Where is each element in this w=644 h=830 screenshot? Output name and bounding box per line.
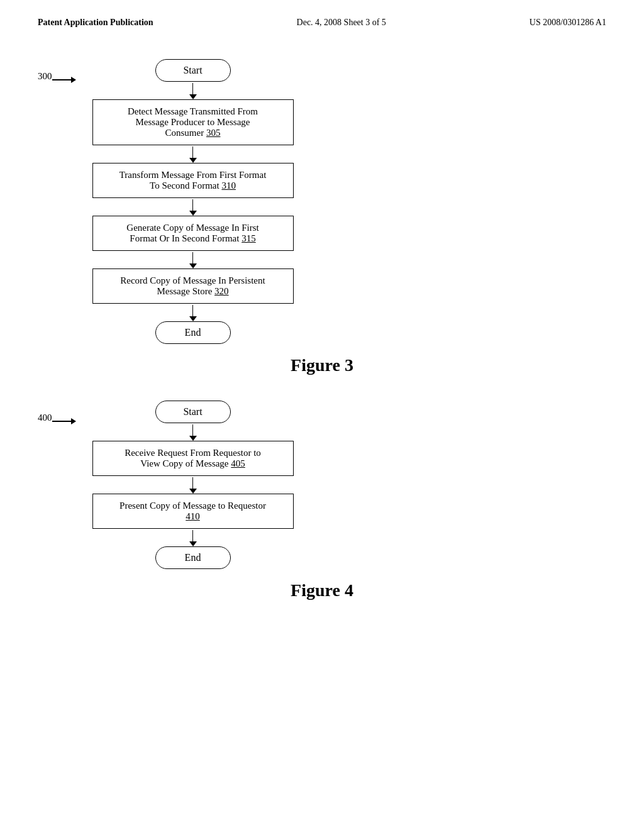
- header-date-sheet: Dec. 4, 2008 Sheet 3 of 5: [297, 18, 386, 28]
- figure3-arrowhead: [71, 77, 76, 83]
- arrow-2-3: [189, 145, 197, 163]
- step-305-box: Detect Message Transmitted FromMessage P…: [92, 99, 294, 145]
- ref-410: 410: [186, 511, 200, 521]
- step-410-box: Present Copy of Message to Requestor410: [92, 494, 294, 529]
- figure4-flowchart: Start Receive Request From Requestor toV…: [86, 401, 300, 569]
- figure3-tag-group: 300: [38, 59, 76, 83]
- figure3-flowchart: Start Detect Message Transmitted FromMes…: [86, 59, 300, 344]
- arrow-2-4: [189, 476, 197, 494]
- figure3-section: 300 Start Detect Message Transmitted Fro…: [38, 53, 606, 375]
- step-315-box: Generate Copy of Message In FirstFormat …: [92, 216, 294, 251]
- step-405-box: Receive Request From Requestor toView Co…: [92, 441, 294, 476]
- arrow-1-4: [189, 423, 197, 441]
- figure4-arrow-line: [52, 421, 71, 422]
- figure4-arrowhead: [71, 418, 76, 424]
- ref-305: 305: [206, 128, 221, 138]
- figure4-caption: Figure 4: [38, 580, 606, 600]
- arrow-3-3: [189, 198, 197, 216]
- arrow-4-3: [189, 251, 197, 268]
- figure3-arrow: [52, 77, 76, 83]
- figure4-diagram-outer: 400 Start Receive Request From Requestor…: [38, 401, 606, 569]
- figure4-arrow: [52, 418, 76, 424]
- end-oval-4: End: [155, 546, 231, 569]
- figure3-caption: Figure 3: [38, 355, 606, 375]
- ref-320: 320: [214, 286, 229, 296]
- end-oval-3: End: [155, 321, 231, 344]
- start-oval-4: Start: [155, 401, 231, 423]
- figure4-section: 400 Start Receive Request From Requestor…: [38, 394, 606, 600]
- arrow-1-3: [189, 82, 197, 99]
- start-oval-3: Start: [155, 59, 231, 82]
- ref-405: 405: [231, 458, 245, 468]
- ref-310: 310: [221, 180, 236, 191]
- figure3-arrow-line: [52, 79, 71, 80]
- figure3-number: 300: [38, 72, 52, 81]
- header-patent-number: US 2008/0301286 A1: [530, 18, 606, 28]
- figure3-diagram-outer: 300 Start Detect Message Transmitted Fro…: [38, 59, 606, 344]
- step-320-box: Record Copy of Message In PersistentMess…: [92, 268, 294, 304]
- page-content: 300 Start Detect Message Transmitted Fro…: [0, 28, 644, 613]
- header-publication-label: Patent Application Publication: [38, 18, 153, 28]
- figure4-number: 400: [38, 413, 52, 423]
- ref-315: 315: [242, 233, 256, 243]
- arrow-5-3: [189, 304, 197, 321]
- step-310-box: Transform Message From First FormatTo Se…: [92, 163, 294, 198]
- figure4-tag-group: 400: [38, 401, 76, 424]
- page-header: Patent Application Publication Dec. 4, 2…: [0, 0, 644, 28]
- arrow-3-4: [189, 529, 197, 546]
